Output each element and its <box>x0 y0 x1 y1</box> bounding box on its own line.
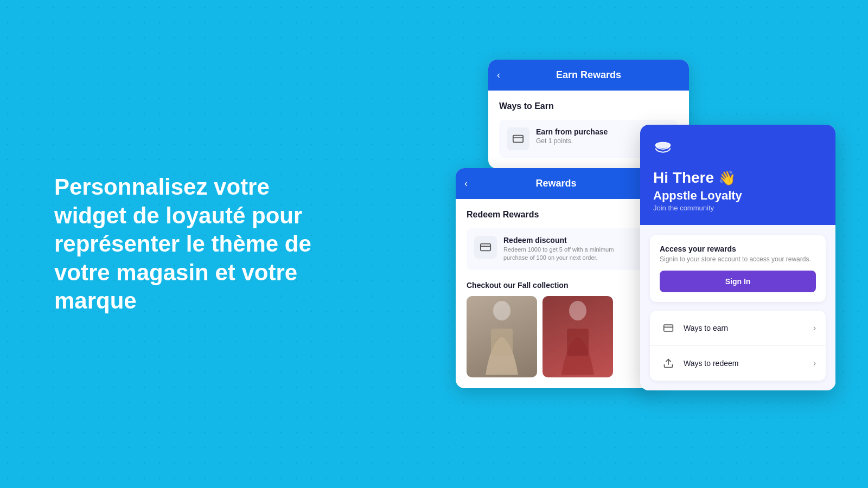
product-image-2 <box>542 296 613 377</box>
earn-rewards-header: ‹ Earn Rewards <box>488 60 689 91</box>
greeting-text: Hi There <box>653 169 714 187</box>
svg-rect-10 <box>664 325 673 331</box>
loyalty-header: Hi There 👋 Appstle Loyalty Join the comm… <box>640 125 835 225</box>
ways-to-earn-label: Ways to earn <box>684 324 728 332</box>
redeem-item-text: Redeem discount Redeem 1000 to get 5 off… <box>503 236 638 262</box>
loyalty-brand-name: Appstle Loyalty <box>653 189 822 203</box>
earn-item-icon <box>507 127 529 150</box>
redeem-item-icon <box>474 236 497 259</box>
ways-to-earn-link[interactable]: Ways to earn › <box>650 311 826 346</box>
svg-rect-0 <box>513 136 523 143</box>
widgets-container: ‹ Earn Rewards Ways to Earn Earn from pu… <box>456 60 835 428</box>
access-rewards-desc: Signin to your store account to access y… <box>660 255 816 263</box>
earn-back-button[interactable]: ‹ <box>497 69 500 81</box>
ways-to-redeem-icon <box>660 355 677 372</box>
rewards-title: Rewards <box>535 178 576 189</box>
rewards-body: Redeem Rewards Redeem discount Redeem 10… <box>456 199 656 388</box>
svg-point-6 <box>569 301 586 320</box>
checkout-section-title: Checkout our Fall collection <box>467 281 646 290</box>
product-silhouette-1 <box>475 299 529 375</box>
ways-to-redeem-link[interactable]: Ways to redeem › <box>650 346 826 381</box>
loyalty-greeting: Hi There 👋 <box>653 169 822 187</box>
ways-to-earn-heading: Ways to Earn <box>499 101 678 111</box>
earn-item-sub: Get 1 points. <box>536 137 608 145</box>
database-icon <box>653 140 673 159</box>
loyalty-body: Access your rewards Signin to your store… <box>640 225 835 390</box>
rewards-header: ‹ Rewards <box>456 168 656 199</box>
product-images-row <box>467 296 646 377</box>
product-image-1 <box>467 296 537 377</box>
rewards-back-button[interactable]: ‹ <box>464 178 468 189</box>
product-silhouette-2 <box>551 299 605 375</box>
ways-to-earn-link-left: Ways to earn <box>660 319 728 337</box>
ways-to-earn-chevron: › <box>813 323 816 333</box>
svg-rect-2 <box>481 244 490 251</box>
access-rewards-title: Access your rewards <box>660 245 816 253</box>
hero-headline: Personnalisez votre widget de loyauté po… <box>54 173 326 316</box>
loyalty-logo <box>653 140 822 162</box>
ways-to-earn-icon <box>660 319 677 337</box>
redeem-rewards-heading: Redeem Rewards <box>467 210 646 220</box>
loyalty-tagline: Join the community <box>653 204 822 212</box>
card-loyalty: Hi There 👋 Appstle Loyalty Join the comm… <box>640 125 835 390</box>
hero-text-block: Personnalisez votre widget de loyauté po… <box>54 173 326 316</box>
earn-rewards-title: Earn Rewards <box>556 69 621 81</box>
ways-to-redeem-label: Ways to redeem <box>684 359 738 368</box>
wave-emoji: 👋 <box>718 170 736 187</box>
svg-rect-7 <box>567 329 589 356</box>
sign-in-button[interactable]: Sign In <box>660 271 816 292</box>
earn-item-label: Earn from purchase <box>536 127 608 136</box>
ways-to-redeem-link-left: Ways to redeem <box>660 355 738 372</box>
svg-point-4 <box>493 301 510 320</box>
redeem-item: Redeem discount Redeem 1000 to get 5 off… <box>467 228 646 270</box>
access-rewards-box: Access your rewards Signin to your store… <box>650 235 826 302</box>
loyalty-links-list: Ways to earn › Ways to redeem <box>650 311 826 381</box>
earn-item-text: Earn from purchase Get 1 points. <box>536 127 608 145</box>
redeem-item-label: Redeem discount <box>503 236 638 245</box>
ways-to-redeem-chevron: › <box>813 358 816 368</box>
redeem-item-sub: Redeem 1000 to get 5 off with a minimum … <box>503 246 638 262</box>
svg-rect-5 <box>491 329 513 356</box>
card-rewards: ‹ Rewards Redeem Rewards Redeem discount… <box>456 168 656 388</box>
